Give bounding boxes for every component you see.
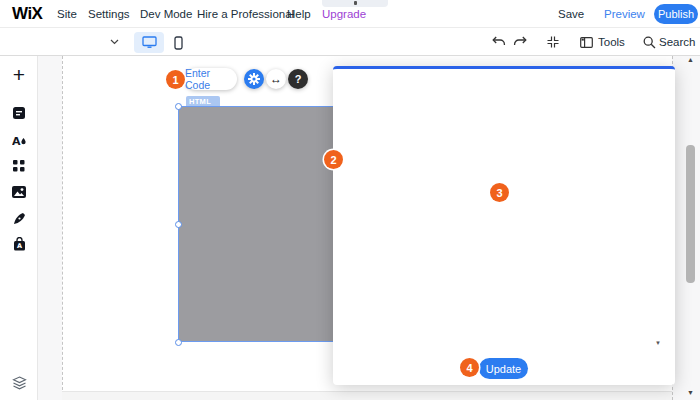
canvas-below-page xyxy=(62,392,672,400)
mobile-view-button[interactable] xyxy=(168,32,188,53)
desktop-view-button[interactable] xyxy=(134,32,164,53)
enter-code-button[interactable]: Enter Code xyxy=(185,68,237,90)
resize-handle-top-left[interactable] xyxy=(175,103,182,110)
sidebar-item-add-apps[interactable] xyxy=(0,153,38,179)
menu-site[interactable]: Site xyxy=(57,8,77,20)
menu-upgrade[interactable]: Upgrade xyxy=(322,8,366,20)
element-settings-button[interactable] xyxy=(244,69,264,89)
preview-button[interactable]: Preview xyxy=(604,8,645,20)
resize-handle-mid-left[interactable] xyxy=(175,221,182,228)
tools-label[interactable]: Tools xyxy=(598,36,625,48)
step-badge-2: 2 xyxy=(324,150,343,169)
tooltip-tick xyxy=(354,1,357,5)
update-button[interactable]: Update xyxy=(479,358,528,379)
phone-icon xyxy=(174,36,183,50)
site-design-icon: A xyxy=(12,134,27,147)
menu-help[interactable]: Help xyxy=(287,8,311,20)
menu-settings[interactable]: Settings xyxy=(88,8,130,20)
editor-toolbar xyxy=(0,28,700,56)
page-icon xyxy=(12,106,26,120)
publish-button[interactable]: Publish xyxy=(654,4,698,24)
apps-grid-icon xyxy=(13,160,25,172)
scrollbar-up-icon[interactable]: ▲ xyxy=(687,56,694,63)
sidebar-item-layers[interactable] xyxy=(0,370,38,396)
sidebar-item-site-design[interactable]: A xyxy=(0,127,38,153)
monitor-icon xyxy=(142,36,157,49)
element-help-button[interactable]: ? xyxy=(288,69,308,89)
plus-icon: + xyxy=(13,65,25,85)
page-bottom-edge xyxy=(62,391,672,392)
html-settings-panel xyxy=(333,66,675,385)
scrollbar-down-icon[interactable]: ▼ xyxy=(687,389,694,396)
sidebar-item-media[interactable] xyxy=(0,179,38,205)
chevron-down-icon[interactable] xyxy=(110,39,119,45)
svg-text:A: A xyxy=(17,242,22,250)
scrollbar-thumb[interactable] xyxy=(686,145,695,283)
redo-icon xyxy=(513,36,527,48)
bag-icon: A xyxy=(13,237,26,251)
search-icon xyxy=(643,36,656,49)
menu-dev-mode[interactable]: Dev Mode xyxy=(140,8,192,20)
undo-button[interactable] xyxy=(492,36,506,48)
sidebar-item-blog[interactable] xyxy=(0,205,38,231)
element-type-tag: HTML xyxy=(186,96,220,106)
search-button[interactable] xyxy=(643,36,656,49)
gear-icon xyxy=(248,73,260,85)
horizontal-arrows-icon: ↔ xyxy=(270,73,282,85)
stretch-button[interactable]: ↔ xyxy=(266,69,286,89)
search-label[interactable]: Search xyxy=(659,36,695,48)
svg-text:A: A xyxy=(12,135,21,147)
media-image-icon xyxy=(12,186,26,198)
sidebar-item-app-market[interactable]: A xyxy=(0,231,38,257)
save-button[interactable]: Save xyxy=(558,8,584,20)
resize-handle-bottom-left[interactable] xyxy=(175,339,182,346)
wix-logo[interactable]: WiX xyxy=(12,4,42,24)
page-margin-left-gridline xyxy=(62,56,63,400)
redo-button[interactable] xyxy=(513,36,527,48)
sidebar-item-pages[interactable] xyxy=(0,100,38,126)
collapse-arrows-icon xyxy=(547,36,559,48)
step-badge-4: 4 xyxy=(460,358,479,377)
undo-icon xyxy=(492,36,506,48)
question-icon: ? xyxy=(295,74,302,85)
code-scroll-down-icon[interactable]: ▼ xyxy=(655,340,661,346)
tools-panel-icon xyxy=(580,37,593,48)
menu-hire-a-professional[interactable]: Hire a Professional xyxy=(197,8,294,20)
tools-button[interactable] xyxy=(580,37,593,48)
layers-icon xyxy=(12,376,27,390)
step-badge-1: 1 xyxy=(166,70,185,89)
pen-icon xyxy=(13,212,26,225)
sidebar-item-add[interactable]: + xyxy=(0,62,38,88)
step-badge-3: 3 xyxy=(490,183,509,202)
zoom-fit-button[interactable] xyxy=(547,36,559,48)
wix-editor: HTML Enter Code 1 ↔ ? HTML Settings ? xyxy=(0,0,700,400)
